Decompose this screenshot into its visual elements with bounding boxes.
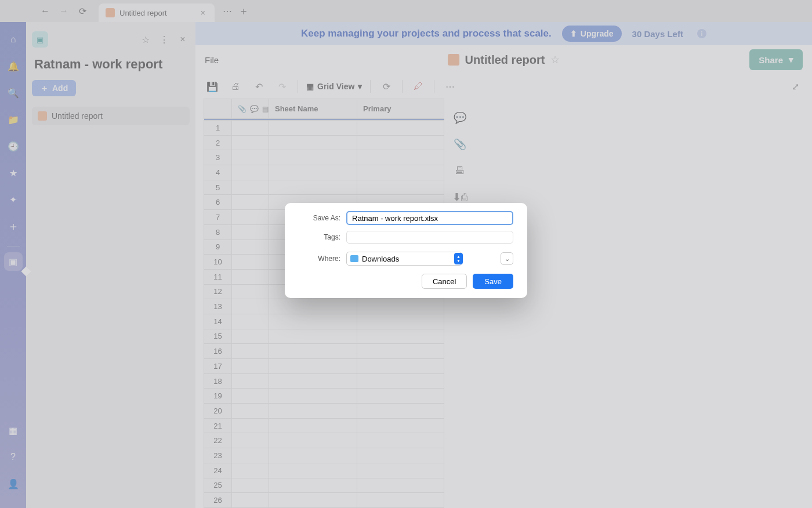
save-dialog: Save As: Tags: Where: Downloads ▲▼ ⌄ Can… <box>285 203 527 298</box>
where-stepper-icon[interactable]: ▲▼ <box>454 253 463 264</box>
where-select[interactable]: Downloads <box>346 252 462 266</box>
folder-icon <box>350 255 358 262</box>
save-as-label: Save As: <box>299 214 340 222</box>
where-label: Where: <box>299 255 340 263</box>
save-button[interactable]: Save <box>473 274 513 289</box>
where-value: Downloads <box>362 255 399 263</box>
modal-overlay: Save As: Tags: Where: Downloads ▲▼ ⌄ Can… <box>0 0 812 508</box>
where-expand-icon[interactable]: ⌄ <box>501 252 513 265</box>
tags-label: Tags: <box>299 233 340 241</box>
tags-input[interactable] <box>346 231 513 244</box>
cancel-button[interactable]: Cancel <box>422 274 467 289</box>
save-as-input[interactable] <box>346 211 513 225</box>
